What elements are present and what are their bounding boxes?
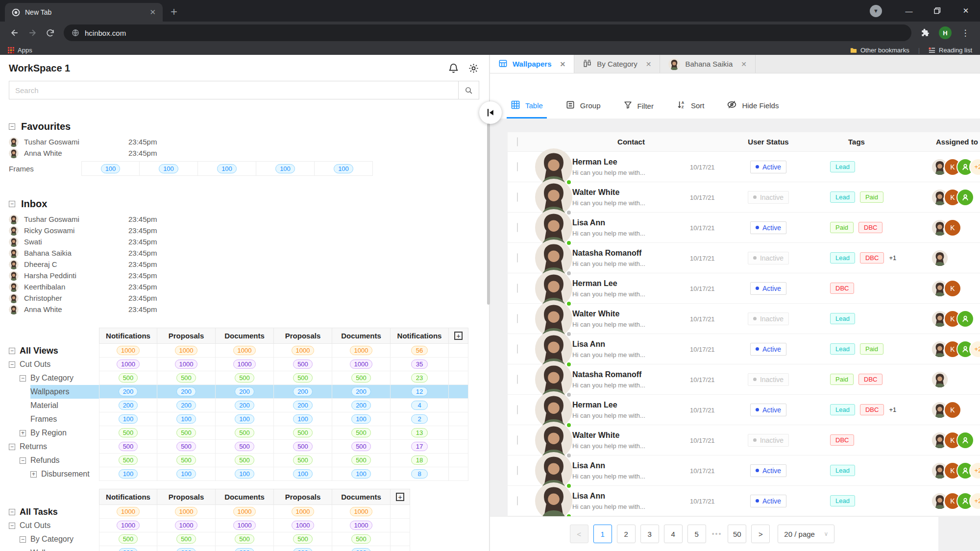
list-item[interactable]: Anna White23:45pm xyxy=(0,304,489,315)
tree-row-label-area[interactable]: Wallpapers xyxy=(30,546,99,551)
reading-list[interactable]: Reading list xyxy=(929,47,972,54)
grid-value-cell[interactable]: 500 xyxy=(332,532,391,546)
grid-value-cell[interactable]: 500 xyxy=(274,371,332,385)
grid-column-header[interactable]: Proposals xyxy=(157,489,216,505)
grid-column-header[interactable]: Documents xyxy=(216,489,274,505)
forward-icon[interactable] xyxy=(24,24,41,42)
collapse-icon[interactable]: − xyxy=(9,123,15,130)
view-tab-bahana-saikia[interactable]: Bahana Saikia✕ xyxy=(660,55,755,73)
list-item[interactable]: Tushar Goswami23:45pm xyxy=(0,136,489,147)
grid-value-cell[interactable]: 100 xyxy=(157,467,216,481)
grid-value-cell[interactable]: 17 xyxy=(391,440,449,454)
column-header-tags[interactable]: Tags xyxy=(808,138,906,146)
row-checkbox[interactable] xyxy=(517,192,518,202)
grid-value-cell[interactable]: 1000 xyxy=(332,358,391,371)
assignee-avatar[interactable] xyxy=(956,431,974,449)
grid-value-cell[interactable]: 500 xyxy=(216,371,274,385)
grid-value-cell[interactable]: 500 xyxy=(332,426,391,440)
grid-value-cell[interactable]: 18 xyxy=(391,454,449,467)
tree-row-label-area[interactable]: −Cut Outs xyxy=(9,519,99,532)
tag-lead[interactable]: Lead xyxy=(830,465,855,476)
list-item[interactable]: Ricky Goswami23:45pm xyxy=(0,225,489,236)
grid-value-cell[interactable]: 200 xyxy=(157,385,216,399)
grid-value-cell[interactable]: 500 xyxy=(274,454,332,467)
list-item[interactable]: Christopher23:45pm xyxy=(0,292,489,304)
favourites-frames-row[interactable]: Frames 100100100100100 xyxy=(0,161,489,176)
tag-lead[interactable]: Lead xyxy=(830,495,855,506)
search-input[interactable] xyxy=(9,81,458,99)
view-tab-by-category[interactable]: By Category✕ xyxy=(574,55,660,73)
grid-value-cell[interactable]: 500 xyxy=(157,371,216,385)
page-ellipsis[interactable]: ••• xyxy=(711,530,723,538)
grid-value-cell[interactable]: 500 xyxy=(99,454,157,467)
page-button-4[interactable]: 4 xyxy=(664,525,683,543)
reload-icon[interactable] xyxy=(41,24,59,42)
collapse-icon[interactable]: − xyxy=(9,523,15,529)
tree-row-label-area[interactable]: +Disbursement xyxy=(30,467,99,481)
expand-icon[interactable]: + xyxy=(20,430,26,436)
collapse-icon[interactable]: − xyxy=(9,201,15,207)
table-row[interactable]: Lisa AnnHi can you help me with...10/17/… xyxy=(508,455,980,486)
tag-dbc[interactable]: DBC xyxy=(858,374,882,385)
tree-row-label-area[interactable]: −Cut Outs xyxy=(9,358,99,371)
table-row[interactable]: Walter WhiteHi can you help me with...10… xyxy=(508,304,980,334)
list-item[interactable]: Keerthibalan23:45pm xyxy=(0,281,489,292)
tree-row-label-area[interactable]: −By Category xyxy=(20,371,99,385)
grid-value-cell[interactable]: 200 xyxy=(157,546,216,551)
frames-cell[interactable]: 100 xyxy=(256,161,315,176)
grid-value-cell[interactable]: 23 xyxy=(391,371,449,385)
grid-value-cell[interactable]: 1000 xyxy=(332,344,391,358)
tree-grid-row[interactable]: +Disbursement1001001001001008 xyxy=(9,467,489,481)
grid-value-cell[interactable]: 100 xyxy=(99,412,157,426)
tag-paid[interactable]: Paid xyxy=(860,192,883,203)
tag-paid[interactable]: Paid xyxy=(830,374,854,385)
assignee-avatar[interactable]: K xyxy=(944,219,961,237)
grid-value-cell[interactable]: 500 xyxy=(99,371,157,385)
select-all-checkbox[interactable] xyxy=(517,137,518,146)
grid-column-header[interactable]: Notifications xyxy=(391,328,449,344)
grid-column-header[interactable]: Proposals xyxy=(274,489,332,505)
tree-row-label-area[interactable]: −All Tasks xyxy=(9,505,99,519)
tree-grid-row[interactable]: −Cut Outs100010001000500100035 xyxy=(9,358,489,371)
bookmark-apps[interactable]: Apps xyxy=(8,47,32,54)
grid-column-header[interactable]: Documents xyxy=(332,489,391,505)
row-checkbox[interactable] xyxy=(517,284,518,293)
table-row[interactable]: Herman LeeHi can you help me with...10/1… xyxy=(508,395,980,425)
grid-value-cell[interactable]: 1000 xyxy=(274,505,332,519)
tag-dbc[interactable]: DBC xyxy=(858,222,882,233)
grid-column-header[interactable]: Notifications xyxy=(99,489,157,505)
grid-value-cell[interactable]: 1000 xyxy=(216,358,274,371)
grid-value-cell[interactable]: 1000 xyxy=(216,505,274,519)
grid-value-cell[interactable]: 200 xyxy=(216,399,274,412)
tree-grid-row[interactable]: +By Region50050050050050013 xyxy=(9,426,489,440)
tag-lead[interactable]: Lead xyxy=(830,404,855,415)
grid-value-cell[interactable]: 8 xyxy=(391,467,449,481)
grid-value-cell[interactable]: 100 xyxy=(216,467,274,481)
grid-value-cell[interactable]: 1000 xyxy=(99,519,157,532)
grid-value-cell[interactable]: 200 xyxy=(99,546,157,551)
assignee-avatar[interactable] xyxy=(956,189,974,206)
tag-lead[interactable]: Lead xyxy=(830,343,855,355)
grid-value-cell[interactable]: 200 xyxy=(332,399,391,412)
grid-value-cell[interactable]: 500 xyxy=(332,454,391,467)
tab-close-icon[interactable]: ✕ xyxy=(646,60,652,68)
expand-icon[interactable]: + xyxy=(30,471,37,478)
tag-paid[interactable]: Paid xyxy=(860,343,883,355)
tag-lead[interactable]: Lead xyxy=(830,252,855,264)
grid-value-cell[interactable]: 500 xyxy=(157,532,216,546)
grid-value-cell[interactable]: 1000 xyxy=(216,519,274,532)
grid-value-cell[interactable]: 35 xyxy=(391,358,449,371)
other-bookmarks[interactable]: Other bookmarks xyxy=(850,47,909,54)
tag-lead[interactable]: Lead xyxy=(830,313,855,324)
collapse-icon[interactable]: − xyxy=(9,444,15,450)
grid-value-cell[interactable]: 13 xyxy=(391,426,449,440)
browser-menu-icon[interactable]: ⋮ xyxy=(956,24,974,42)
grid-value-cell[interactable]: 12 xyxy=(391,385,449,399)
grid-value-cell[interactable]: 200 xyxy=(332,546,391,551)
browser-update-icon[interactable]: ▼ xyxy=(870,5,882,17)
grid-value-cell[interactable]: 500 xyxy=(99,532,157,546)
add-column-button[interactable]: + xyxy=(449,328,468,344)
grid-value-cell[interactable]: 100 xyxy=(332,412,391,426)
table-row[interactable]: Natasha RomanoffHi can you help me with.… xyxy=(508,364,980,395)
collapse-icon[interactable]: − xyxy=(20,457,26,464)
